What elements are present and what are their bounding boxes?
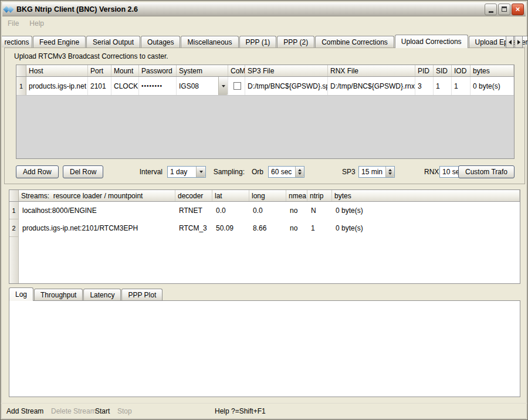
bytes-cell: 0 byte(s) [332,202,520,219]
minimize-icon [489,11,493,13]
streams-header-nmea: nmea [286,190,307,201]
tab-serial-output[interactable]: Serial Output [86,36,140,48]
bottom-tabbar: Log Throughput Latency PPP Plot [9,287,163,301]
bytes-cell: 0 byte(s) [332,219,520,237]
tab-latency[interactable]: Latency [83,289,121,300]
decoder-cell: RTCM_3 [175,219,212,237]
header-system: System [177,65,228,76]
decoder-cell: RTNET [175,202,212,219]
close-button[interactable]: × [512,4,524,15]
sp3-file-cell[interactable]: D:/tmp/BNC${GPSWD}.sp3 [245,77,328,95]
streams-header-lat: lat [212,190,249,201]
spinner-up-down-icon[interactable] [385,167,394,177]
mount-cell[interactable]: CLOCK [111,77,139,95]
upload-description: Upload RTCMv3 Broadcast Corrections to c… [14,52,168,60]
sp3-value: 15 min [359,167,385,177]
tab-outages[interactable]: Outages [141,36,180,48]
streams-row-numbers: 1 2 [9,202,19,283]
upload-table-row: 1 products.igs-ip.net 2101 CLOCK •••••••… [16,77,514,96]
system-cell: IGS08 [177,77,228,95]
mountpoint-cell: products.igs-ip.net:2101/RTCM3EPH [19,219,175,237]
orb-spinbox[interactable]: 60 sec [268,166,304,178]
port-cell[interactable]: 2101 [88,77,111,95]
menubar: File Help [2,17,526,30]
tab-combine-corrections[interactable]: Combine Corrections [315,36,394,48]
tab-ppp-plot[interactable]: PPP Plot [121,289,163,300]
tab-ppp-2[interactable]: PPP (2) [277,36,314,48]
long-cell: 0.0 [249,202,286,219]
minimize-button[interactable] [485,4,497,15]
stream-row[interactable]: products.igs-ip.net:2101/RTCM3EPH RTCM_3… [19,219,520,237]
tab-scroll-left-button[interactable] [506,36,514,48]
nmea-cell: no [286,202,307,219]
custom-trafo-button[interactable]: Custom Trafo [458,165,515,178]
header-password: Password [139,65,177,76]
del-row-button[interactable]: Del Row [63,165,103,178]
header-bytes: bytes [471,65,514,76]
row-number: 1 [9,202,18,219]
tab-scroll-right-button[interactable] [515,36,523,48]
password-cell[interactable]: •••••••• [139,77,177,95]
header-corner [16,65,26,76]
upload-corrections-panel: Upload RTCMv3 Broadcast Corrections to c… [4,48,525,184]
menu-file[interactable]: File [8,19,19,28]
orb-label: Orb [252,164,263,179]
orb-value: 60 sec [269,167,295,177]
menu-help[interactable]: Help [29,19,44,28]
system-combobox[interactable]: IGS08 [177,77,228,95]
upload-table-header: Host Port Mount Password System CoM SP3 … [16,65,514,77]
tab-throughput[interactable]: Throughput [34,289,83,300]
arrow-left-icon [509,40,512,45]
header-sp3-file: SP3 File [245,65,328,76]
long-cell: 8.66 [249,219,286,237]
tab-scroll-buttons [505,36,523,48]
spinner-up-down-icon[interactable] [295,167,304,177]
app-icon [4,5,13,14]
titlebar[interactable]: BKG Ntrip Client (BNC) Version 2.6 × [2,2,526,16]
add-row-button[interactable]: Add Row [16,165,59,178]
interval-label: Interval [120,164,163,179]
streams-table-header: Streams: resource loader / mountpoint de… [9,190,520,202]
close-icon: × [516,5,520,13]
tabbar: rections Feed Engine Serial Output Outag… [2,35,504,48]
rnx-label: RNX [424,164,439,179]
log-panel[interactable] [9,300,520,397]
stop-action[interactable]: Stop [117,404,132,419]
interval-value: 1 day [168,167,196,177]
streams-header-decoder: decoder [175,190,212,201]
sp3-spinbox[interactable]: 15 min [358,166,395,178]
row-number: 2 [9,219,18,237]
tab-feed-engine[interactable]: Feed Engine [33,36,86,48]
interval-combobox[interactable]: 1 day [167,166,206,178]
lat-cell: 0.0 [212,202,249,219]
streams-header-long: long [249,190,286,201]
add-stream-action[interactable]: Add Stream [6,404,43,419]
maximize-button[interactable] [498,4,510,15]
com-checkbox[interactable] [233,82,241,90]
tab-log[interactable]: Log [9,287,33,301]
header-iod: IOD [452,65,471,76]
tab-broadcast-corrections[interactable]: rections [2,36,32,48]
com-cell [228,77,245,95]
start-action[interactable]: Start [95,404,110,419]
streams-corner [9,190,19,201]
tab-ppp-1[interactable]: PPP (1) [239,36,277,48]
tab-upload-corrections[interactable]: Upload Corrections [395,35,468,48]
chevron-down-icon [218,77,228,95]
pid-cell[interactable]: 3 [415,77,434,95]
ntrip-cell: 1 [307,219,332,237]
bytes-cell: 0 byte(s) [471,77,514,95]
iod-cell[interactable]: 1 [452,77,471,95]
rnx-file-cell[interactable]: D:/tmp/BNC${GPSWD}.rnx [328,77,415,95]
sid-cell[interactable]: 1 [434,77,452,95]
tab-miscellaneous[interactable]: Miscellaneous [181,36,238,48]
delete-stream-action[interactable]: Delete Stream [51,404,96,419]
header-port: Port [88,65,111,76]
streams-header-ntrip: ntrip [307,190,332,201]
stream-row[interactable]: localhost:8000/ENGINE RTNET 0.0 0.0 no N… [19,202,520,219]
host-cell[interactable]: products.igs-ip.net [26,77,88,95]
system-value: IGS08 [177,77,218,95]
header-host: Host [26,65,88,76]
sp3-label: SP3 [342,164,356,179]
nmea-cell: no [286,219,307,237]
